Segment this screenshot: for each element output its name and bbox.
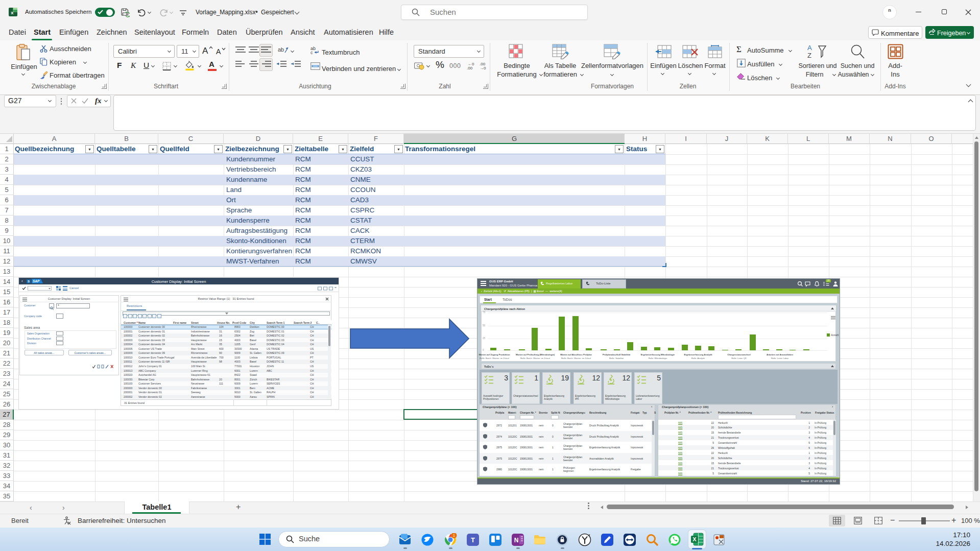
svg-text:A: A [807,44,812,52]
svg-text:Z: Z [807,52,811,59]
svg-text:x: x [11,10,14,15]
svg-text:X: X [692,536,697,542]
svg-text:ab: ab [278,46,284,53]
svg-text:1: 1 [453,534,455,537]
svg-text:T: T [471,536,475,544]
svg-text:→0: →0 [480,66,486,70]
svg-text:.00: .00 [467,66,473,70]
svg-text:N: N [514,537,519,544]
svg-text:c: c [310,50,313,54]
